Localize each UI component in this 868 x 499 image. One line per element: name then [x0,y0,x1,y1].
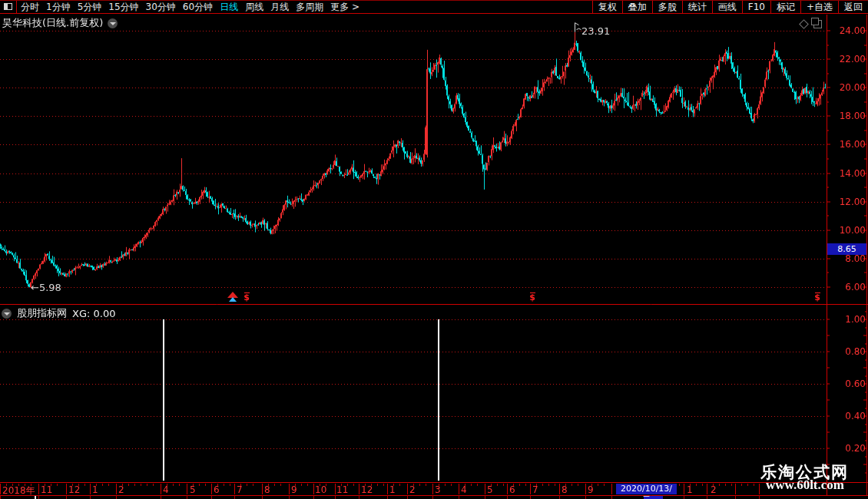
period-item-6[interactable]: 日线 [220,1,238,14]
timeline-label: 1 [389,484,396,495]
timeline-label: 9 [291,484,297,495]
period-item-8[interactable]: 月线 [270,1,289,14]
period-item-4[interactable]: 30分钟 [146,1,176,14]
price-tick-label: 14.00 [827,168,866,179]
indicator-tick-label: 0.40 [827,411,866,421]
low-annotation: ←5.98 [31,282,61,293]
chart-corner-icons [800,20,822,28]
tool-item-5[interactable]: F10 [742,1,770,14]
tool-item-6[interactable]: 标记 [770,1,800,14]
timeline-label: 7 [532,484,538,495]
timeline-label: 1 [92,484,98,495]
buy-signal-triangle-icon [227,292,238,302]
cursor-tick [35,496,36,499]
timeline-label: 11 [41,484,52,495]
tool-item-7[interactable]: +自选 [800,1,838,14]
high-annotation: 23.91 [581,25,610,37]
timeline-label: 2 [409,484,416,495]
price-tick-label: 12.00 [827,197,866,207]
timeline-label: 2018年 [2,484,35,497]
indicator-tick-label: 1.00 [827,314,866,325]
trading-app-window: 分时1分钟5分钟15分钟30分钟60分钟日线周线月线多周期更多 > 复权叠加多股… [0,0,868,499]
period-item-3[interactable]: 15分钟 [108,1,138,14]
timeline-label: 4 [163,484,169,495]
tools-menu: 复权叠加多股统计画线F10标记+自选返回 [592,1,868,14]
price-tick-label: 24.00 [827,25,866,36]
tool-item-2[interactable]: 多股 [652,1,682,14]
stock-title-label: 昊华科技(日线.前复权) [2,16,103,30]
window-split-icon[interactable] [0,1,17,14]
period-item-1[interactable]: 1分钟 [46,1,71,14]
timeline-label: 8 [264,484,270,495]
chart-canvas[interactable] [0,0,868,499]
period-item-2[interactable]: 5分钟 [78,1,102,14]
timeline-label: 5 [190,484,196,495]
chevron-down-icon[interactable] [108,18,118,28]
timeline-label: 8 [562,484,568,495]
timeline-label: 2 [118,484,124,495]
price-tick-label: 6.00 [827,282,866,292]
timeline-label: 12 [361,484,373,495]
indicator-header[interactable]: 股朋指标网 XG: 0.00 [2,306,115,320]
indicator-tick-label: 0.60 [827,378,866,389]
sell-signal-dollar-icon: $ [813,292,822,302]
overlap-windows-icon[interactable] [813,20,822,28]
timeline-label: 2 [711,484,717,495]
price-tick-label: 10.00 [827,225,866,236]
timeline-label: 7 [237,484,243,495]
timeline-label: 1 [687,484,693,495]
period-menu: 分时1分钟5分钟15分钟30分钟60分钟日线周线月线多周期更多 > [21,1,359,14]
stock-title[interactable]: 昊华科技(日线.前复权) [2,16,118,30]
indicator-tick-label: 0.80 [827,346,866,357]
timeline-selected-date: 2020/10/13/二 [616,484,677,494]
tool-item-0[interactable]: 复权 [592,1,622,14]
timeline-label: 6 [509,484,515,495]
price-tick-label: 22.00 [827,54,866,64]
watermark-site-url: www.60lt.com [766,478,844,493]
tool-item-8[interactable]: 返回 [838,1,868,14]
timeline-label: 4 [461,484,467,495]
period-item-7[interactable]: 周线 [245,1,263,14]
timeline-label: 11 [336,484,348,495]
timeline-label: 6 [214,484,220,495]
sell-signal-dollar-icon: $ [242,292,251,302]
indicator-value: XG: 0.00 [72,308,115,319]
timeline-label: 3 [435,484,441,495]
tool-item-4[interactable]: 画线 [712,1,742,14]
period-item-5[interactable]: 60分钟 [183,1,213,14]
price-tick-label: 16.00 [827,139,866,150]
indicator-name: 股朋指标网 [17,306,67,320]
timeline-label: 10 [315,484,326,495]
price-tick-label: 20.00 [827,82,866,93]
period-item-0[interactable]: 分时 [21,1,39,14]
diamond-icon[interactable] [799,19,809,29]
tool-item-3[interactable]: 统计 [682,1,712,14]
timeline-label: 12 [68,484,80,495]
tool-item-1[interactable]: 叠加 [622,1,652,14]
current-price-badge: 8.65 [827,243,866,255]
chevron-down-icon[interactable] [2,309,12,319]
period-item-10[interactable]: 更多 > [330,1,359,14]
price-tick-label: 18.00 [827,111,866,121]
sell-signal-dollar-icon: $ [528,292,537,302]
top-toolbar: 分时1分钟5分钟15分钟30分钟60分钟日线周线月线多周期更多 > 复权叠加多股… [0,0,868,14]
indicator-tick-label: 0.20 [827,443,866,454]
timeline-label: 9 [588,484,594,495]
timeline-label: 5 [487,484,493,495]
period-item-9[interactable]: 多周期 [296,1,323,14]
